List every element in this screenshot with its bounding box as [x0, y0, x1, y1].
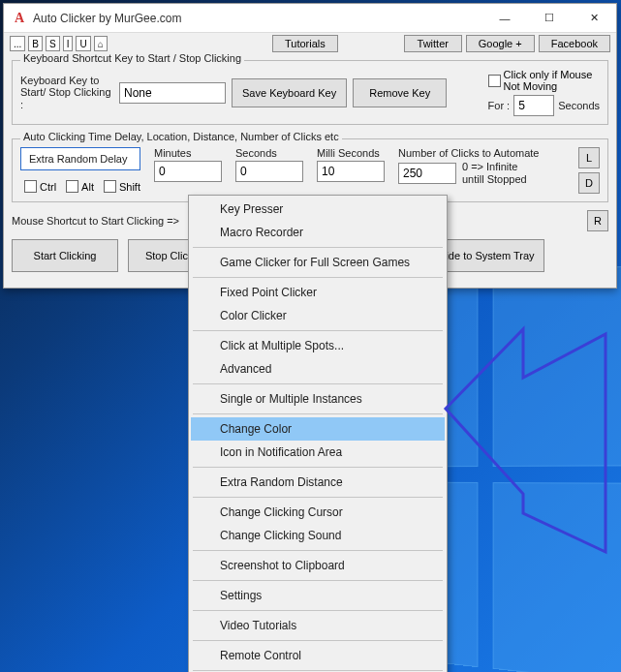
for-label: For :	[488, 100, 511, 111]
menu-item-remote-control[interactable]: Remote Control	[191, 644, 445, 667]
tutorials-button[interactable]: Tutorials	[272, 35, 338, 52]
clicks-label: Number of Clicks to Automate	[398, 147, 565, 159]
menu-item-single-or-multiple-instances[interactable]: Single or Multiple Instances	[191, 387, 445, 411]
menu-item-click-at-multiple-spots[interactable]: Click at Multiple Spots...	[191, 334, 445, 357]
minimize-button[interactable]: —	[482, 4, 527, 32]
remove-key-button[interactable]: Remove Key	[353, 78, 447, 107]
menu-separator	[193, 610, 443, 611]
menu-separator	[193, 580, 443, 581]
mini-toolbar: ... B S I U ⌂	[10, 36, 108, 51]
l-button[interactable]: L	[578, 147, 600, 168]
minutes-input[interactable]	[154, 161, 222, 182]
group1-label: Keyboard Shortcut Key to Start / Stop Cl…	[20, 52, 244, 64]
menu-item-settings[interactable]: Settings	[191, 584, 445, 607]
group2-label: Auto Clicking Time Delay, Location, Dist…	[20, 131, 342, 142]
click-only-label: Click only if Mouse Not Moving	[504, 69, 593, 92]
milli-label: Milli Seconds	[317, 147, 385, 159]
seconds-input[interactable]	[235, 161, 303, 182]
for-seconds-input[interactable]	[513, 95, 554, 116]
menu-item-change-color[interactable]: Change Color	[191, 417, 445, 441]
app-icon: A	[12, 11, 27, 26]
shift-checkbox[interactable]: Shift	[104, 180, 140, 193]
menu-separator	[193, 467, 443, 468]
menu-separator	[193, 670, 443, 671]
infinite-label: 0 => Infinite untill Stopped	[462, 161, 527, 185]
menu-separator	[193, 383, 443, 384]
menu-item-key-presser[interactable]: Key Presser	[191, 198, 445, 221]
shortcut-key-input[interactable]	[119, 82, 226, 104]
mouse-shortcut-label: Mouse Shortcut to Start Clicking =>	[12, 215, 179, 227]
menu-separator	[193, 277, 443, 278]
menu-item-change-clicking-sound[interactable]: Change Clicking Sound	[191, 524, 445, 547]
save-keyboard-key-button[interactable]: Save Keyboard Key	[232, 78, 347, 107]
click-only-if-mouse-not-moving-checkbox[interactable]: Click only if Mouse Not Moving	[488, 69, 600, 92]
mini-btn-2[interactable]: S	[46, 36, 60, 51]
context-menu: Key PresserMacro RecorderGame Clicker fo…	[188, 195, 448, 672]
mini-btn-0[interactable]: ...	[10, 36, 25, 51]
alt-checkbox[interactable]: Alt	[66, 180, 94, 193]
d-button[interactable]: D	[578, 172, 600, 194]
milliseconds-input[interactable]	[317, 161, 385, 182]
facebook-button[interactable]: Facebook	[539, 35, 610, 52]
start-clicking-button[interactable]: Start Clicking	[12, 239, 118, 272]
menu-item-macro-recorder[interactable]: Macro Recorder	[191, 221, 445, 244]
menu-separator	[193, 640, 443, 641]
mini-btn-1[interactable]: B	[28, 36, 43, 51]
seconds-label-2: Seconds	[235, 147, 303, 159]
close-button[interactable]: ✕	[572, 4, 616, 32]
minutes-label: Minutes	[154, 147, 222, 159]
menu-item-advanced[interactable]: Advanced	[191, 357, 445, 381]
key-to-clicking-label: Keyboard Key to Start/ Stop Clicking :	[20, 75, 113, 111]
time-delay-group: Auto Clicking Time Delay, Location, Dist…	[12, 138, 608, 202]
menu-separator	[193, 550, 443, 551]
titlebar[interactable]: A Auto Clicker by MurGee.com — ☐ ✕	[4, 4, 616, 33]
r-button[interactable]: R	[587, 210, 608, 231]
keyboard-shortcut-group: Keyboard Shortcut Key to Start / Stop Cl…	[12, 60, 608, 125]
menu-separator	[193, 413, 443, 414]
menu-item-change-clicking-cursor[interactable]: Change Clicking Cursor	[191, 501, 445, 524]
menu-separator	[193, 497, 443, 498]
mini-btn-3[interactable]: I	[63, 36, 74, 51]
window-title: Auto Clicker by MurGee.com	[33, 12, 482, 25]
maximize-button[interactable]: ☐	[527, 4, 572, 32]
menu-item-screenshot-to-clipboard[interactable]: Screenshot to Clipboard	[191, 554, 445, 577]
mini-btn-4[interactable]: U	[76, 36, 90, 51]
menu-separator	[193, 247, 443, 248]
menu-item-color-clicker[interactable]: Color Clicker	[191, 304, 445, 327]
menu-item-extra-random-distance[interactable]: Extra Random Distance	[191, 471, 445, 494]
google-button[interactable]: Google +	[466, 35, 535, 52]
twitter-button[interactable]: Twitter	[404, 35, 462, 52]
seconds-label: Seconds	[558, 100, 600, 111]
menu-separator	[193, 330, 443, 331]
menu-item-game-clicker-for-full-screen-games[interactable]: Game Clicker for Full Screen Games	[191, 251, 445, 274]
menu-item-video-tutorials[interactable]: Video Tutorials	[191, 614, 445, 637]
mini-btn-5[interactable]: ⌂	[94, 36, 108, 51]
extra-random-delay-button[interactable]: Extra Random Delay	[20, 147, 140, 170]
menu-item-icon-in-notification-area[interactable]: Icon in Notification Area	[191, 441, 445, 464]
number-of-clicks-input[interactable]	[398, 163, 456, 184]
ctrl-checkbox[interactable]: Ctrl	[24, 180, 56, 193]
menu-item-fixed-point-clicker[interactable]: Fixed Point Clicker	[191, 281, 445, 304]
